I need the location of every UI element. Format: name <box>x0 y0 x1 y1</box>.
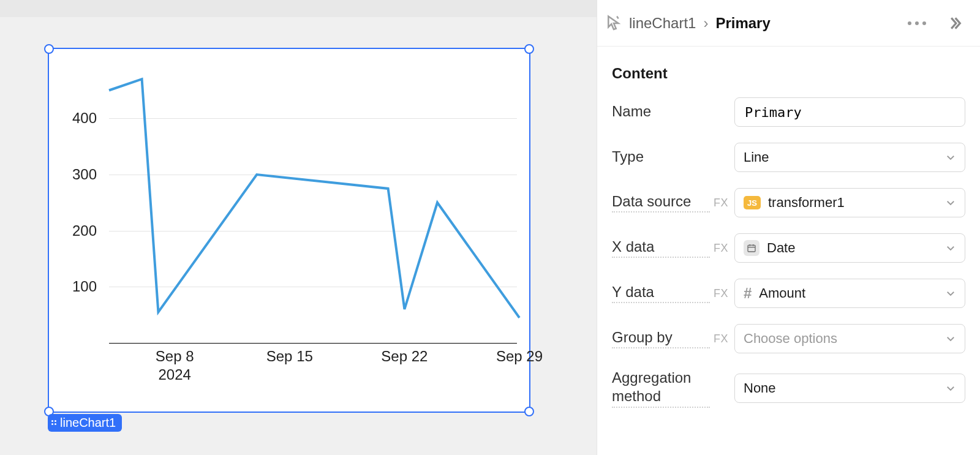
field-row-xdata: X data FX Date <box>612 233 965 263</box>
resize-handle-bottom-right[interactable] <box>524 407 534 416</box>
chevron-down-icon <box>945 383 956 394</box>
field-label-groupby: Group by <box>612 329 710 348</box>
field-row-type: Type Line <box>612 142 965 173</box>
groupby-select[interactable]: Choose options <box>734 324 965 353</box>
field-label-aggregation: Aggregation method <box>612 369 710 408</box>
field-row-aggregation: Aggregation method None <box>612 369 965 408</box>
more-menu-button[interactable] <box>908 21 926 25</box>
js-icon: JS <box>744 196 761 209</box>
field-row-ydata: Y data FX # Amount <box>612 278 965 309</box>
canvas-grid-dots <box>0 17 597 31</box>
field-label-datasource: Data source <box>612 193 710 212</box>
type-select[interactable]: Line <box>734 143 965 172</box>
section-title-content: Content <box>612 65 965 82</box>
component-tag[interactable]: lineChart1 <box>48 414 122 432</box>
chevron-down-icon <box>945 197 956 208</box>
expand-panel-icon[interactable] <box>949 15 965 31</box>
xdata-select[interactable]: Date <box>734 233 965 263</box>
component-tag-label: lineChart1 <box>60 415 116 430</box>
inspector-body: Content Name Type Line <box>597 47 980 423</box>
chart-line <box>59 67 522 396</box>
fx-toggle-datasource[interactable]: FX <box>710 197 734 209</box>
chevron-down-icon <box>945 288 956 299</box>
inspector-header: lineChart1 › Primary <box>597 0 980 47</box>
type-select-value: Line <box>744 149 769 165</box>
field-label-name: Name <box>612 103 710 121</box>
ydata-select-value: Amount <box>759 285 805 301</box>
field-row-groupby: Group by FX Choose options <box>612 323 965 354</box>
field-label-type: Type <box>612 148 710 167</box>
aggregation-select[interactable]: None <box>734 374 965 403</box>
field-row-name: Name <box>612 97 965 127</box>
name-input[interactable] <box>734 97 965 127</box>
chart: 100200300400Sep 82024Sep 15Sep 22Sep 29 <box>59 67 519 393</box>
field-row-datasource: Data source FX JS transformer1 <box>612 187 965 218</box>
inspector-panel: lineChart1 › Primary Content Name <box>597 0 980 455</box>
fx-toggle-groupby[interactable]: FX <box>710 333 734 345</box>
chevron-right-icon: › <box>703 15 708 32</box>
drag-handle-icon <box>51 420 56 425</box>
fx-toggle-xdata[interactable]: FX <box>710 242 734 255</box>
ydata-select[interactable]: # Amount <box>734 279 965 308</box>
crumb-component[interactable]: lineChart1 <box>629 15 696 32</box>
canvas-topbar <box>0 0 597 17</box>
crumb-series: Primary <box>715 15 770 32</box>
selected-linechart[interactable]: 100200300400Sep 82024Sep 15Sep 22Sep 29 <box>48 48 530 413</box>
chevron-down-icon <box>945 243 956 254</box>
canvas[interactable]: 100200300400Sep 82024Sep 15Sep 22Sep 29 … <box>0 0 597 455</box>
name-input-text[interactable] <box>744 104 956 121</box>
breadcrumb: lineChart1 › Primary <box>629 15 902 32</box>
fx-toggle-ydata[interactable]: FX <box>710 287 734 300</box>
cursor-icon <box>605 14 623 32</box>
field-label-xdata: X data <box>612 238 710 258</box>
resize-handle-top-left[interactable] <box>44 44 54 54</box>
groupby-select-placeholder: Choose options <box>744 331 837 347</box>
datasource-select-value: transformer1 <box>768 195 845 211</box>
app-root: 100200300400Sep 82024Sep 15Sep 22Sep 29 … <box>0 0 980 455</box>
chevron-down-icon <box>945 333 956 344</box>
datasource-select[interactable]: JS transformer1 <box>734 188 965 217</box>
aggregation-select-value: None <box>744 380 776 396</box>
calendar-icon <box>744 240 760 256</box>
chevron-down-icon <box>945 152 956 163</box>
xdata-select-value: Date <box>767 240 795 256</box>
number-icon: # <box>744 285 752 302</box>
resize-handle-top-right[interactable] <box>524 44 534 54</box>
field-label-ydata: Y data <box>612 284 710 303</box>
svg-rect-0 <box>748 245 755 252</box>
